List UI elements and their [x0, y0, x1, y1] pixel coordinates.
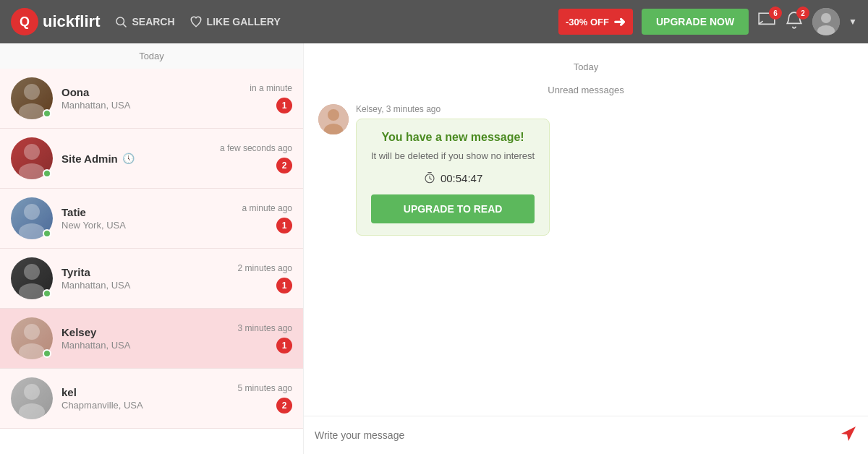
chat-location: Manhattan, USA — [61, 340, 229, 351]
upgrade-to-read-button[interactable]: UPGRADE TO READ — [371, 194, 535, 223]
chat-info: Tyrita Manhattan, USA — [61, 266, 229, 291]
discount-badge: -30% OFF ➜ — [558, 9, 633, 35]
notifications-button[interactable]: 2 — [785, 11, 804, 33]
chat-name: Site Admin🕔 — [61, 153, 211, 165]
user-avatar-image — [812, 8, 840, 35]
chat-info: Oona Manhattan, USA — [61, 86, 241, 111]
svg-point-6 — [24, 84, 40, 100]
chat-list-item[interactable]: Tatie New York, USA a minute ago 1 — [0, 189, 303, 249]
chat-list-item[interactable]: Tyrita Manhattan, USA 2 minutes ago 1 — [0, 249, 303, 309]
online-indicator — [43, 109, 51, 118]
sidebar-date: Today — [0, 43, 303, 69]
svg-point-24 — [328, 109, 339, 121]
chat-meta: a few seconds ago 2 — [220, 143, 292, 174]
nav-search[interactable]: SEARCH — [114, 15, 174, 28]
chat-name: Tyrita — [61, 266, 229, 278]
unread-badge: 1 — [276, 218, 292, 234]
svg-point-21 — [24, 384, 40, 400]
chat-list-item[interactable]: Oona Manhattan, USA in a minute 1 — [0, 69, 303, 129]
svg-point-0 — [116, 17, 124, 25]
unread-badge: 1 — [276, 98, 292, 113]
send-button[interactable] — [840, 425, 857, 445]
avatar-wrap — [11, 257, 53, 299]
chat-location: Manhattan, USA — [61, 100, 241, 111]
online-indicator — [43, 289, 51, 298]
sidebar: Today Oona Manhattan, USA in a minute 1 — [0, 43, 304, 454]
chat-time: a minute ago — [242, 203, 292, 213]
main-layout: Today Oona Manhattan, USA in a minute 1 — [0, 43, 868, 454]
chat-info: Kelsey Manhattan, USA — [61, 326, 229, 351]
chat-time: 2 minutes ago — [238, 263, 292, 273]
logo-icon: Q — [11, 8, 38, 35]
message-avatar — [318, 104, 349, 134]
chat-time: 5 minutes ago — [238, 383, 292, 393]
message-timer: 00:54:47 — [371, 171, 535, 184]
user-avatar[interactable] — [812, 8, 840, 35]
chat-list-item[interactable]: Site Admin🕔 a few seconds ago 2 — [0, 129, 303, 189]
chat-list-item[interactable]: Kelsey Manhattan, USA 3 minutes ago 1 — [0, 309, 303, 369]
search-icon — [114, 15, 127, 28]
message-sender: Kelsey, 3 minutes ago — [356, 104, 550, 114]
clock-icon — [423, 171, 436, 184]
chat-meta: in a minute 1 — [250, 83, 292, 113]
notifications-badge: 2 — [796, 7, 809, 20]
message-input[interactable] — [315, 429, 840, 441]
logo[interactable]: Q uickflirt — [11, 8, 100, 35]
chat-info: kel Chapmanville, USA — [61, 386, 229, 411]
online-indicator — [43, 169, 51, 178]
svg-point-15 — [24, 264, 40, 280]
deleted-warning: It will be deleted if you show no intere… — [371, 150, 535, 163]
unread-badge: 1 — [276, 278, 292, 294]
message-content: Kelsey, 3 minutes ago You have a new mes… — [356, 104, 550, 236]
header-right: -30% OFF ➜ UPGRADE NOW 6 2 ▼ — [558, 8, 857, 35]
avatar-wrap — [11, 197, 53, 239]
upgrade-now-button[interactable]: UPGRADE NOW — [642, 9, 749, 35]
avatar-image — [11, 377, 53, 419]
avatar-wrap — [11, 77, 53, 119]
messages-badge: 6 — [769, 7, 782, 20]
svg-point-12 — [24, 204, 40, 220]
chat-time: 3 minutes ago — [238, 323, 292, 333]
chat-input-area — [304, 416, 868, 454]
chat-list: Oona Manhattan, USA in a minute 1 Site A… — [0, 69, 303, 429]
chat-name: Tatie — [61, 206, 234, 218]
heart-icon — [190, 15, 203, 28]
unread-badge: 1 — [276, 338, 292, 354]
send-icon — [840, 425, 857, 442]
messages-button[interactable]: 6 — [757, 11, 776, 33]
logo-text: uickflirt — [43, 12, 100, 31]
user-avatar-5 — [11, 377, 53, 419]
unread-badge: 2 — [276, 398, 292, 414]
online-indicator — [43, 229, 51, 238]
unread-divider: Unread messages — [318, 83, 854, 97]
svg-point-9 — [24, 144, 40, 160]
avatar-wrap — [11, 377, 53, 419]
bot-icon: 🕔 — [122, 153, 135, 164]
chat-name: Oona — [61, 86, 241, 98]
message-bubble: You have a new message! It will be delet… — [356, 119, 550, 236]
nav-like-gallery[interactable]: LIKE GALLERY — [190, 15, 281, 28]
chat-info: Tatie New York, USA — [61, 206, 234, 231]
chat-time: in a minute — [250, 83, 292, 93]
chat-meta: 3 minutes ago 1 — [238, 323, 292, 354]
svg-line-1 — [124, 24, 127, 27]
svg-point-3 — [821, 13, 831, 23]
chat-messages: Today Unread messages Kelsey, 3 minutes … — [304, 43, 868, 416]
online-indicator — [43, 349, 51, 358]
user-menu-chevron[interactable]: ▼ — [848, 17, 857, 27]
chat-location: New York, USA — [61, 220, 234, 231]
svg-point-18 — [24, 324, 40, 340]
new-message-title: You have a new message! — [371, 131, 535, 144]
chat-meta: 2 minutes ago 1 — [238, 263, 292, 294]
chat-time: a few seconds ago — [220, 143, 292, 153]
avatar-wrap — [11, 317, 53, 359]
chat-list-item[interactable]: kel Chapmanville, USA 5 minutes ago 2 — [0, 369, 303, 429]
chat-name: kel — [61, 386, 229, 398]
unread-badge: 2 — [276, 158, 292, 174]
chat-meta: 5 minutes ago 2 — [238, 383, 292, 414]
chat-info: Site Admin🕔 — [61, 153, 211, 165]
chat-meta: a minute ago 1 — [242, 203, 292, 234]
chat-area: Today Unread messages Kelsey, 3 minutes … — [304, 43, 868, 454]
avatar-wrap — [11, 137, 53, 179]
chat-location: Chapmanville, USA — [61, 400, 229, 411]
